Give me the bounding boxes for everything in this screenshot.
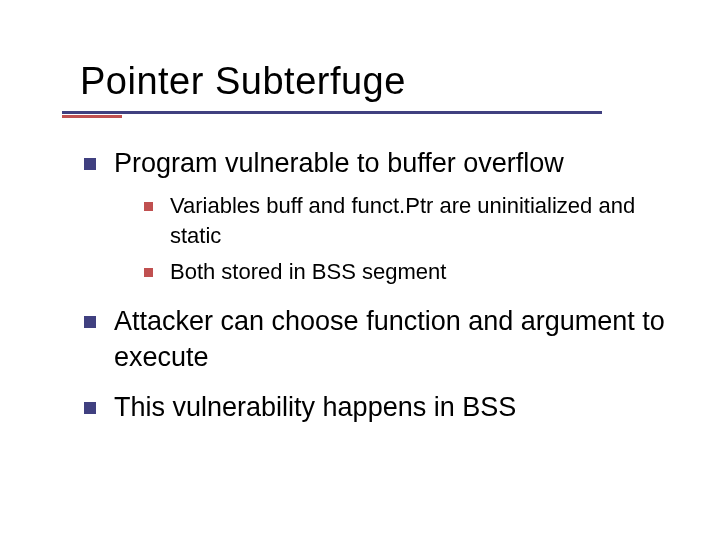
bullet-text: Attacker can choose function and argumen… bbox=[114, 306, 665, 372]
slide-title: Pointer Subterfuge bbox=[80, 60, 670, 103]
sub-bullet-text: Both stored in BSS segment bbox=[170, 259, 446, 284]
slide: Pointer Subterfuge Program vulnerable to… bbox=[0, 0, 720, 540]
title-underline bbox=[62, 111, 670, 117]
sub-bullet-item: Variables buff and funct.Ptr are uniniti… bbox=[142, 191, 670, 250]
sub-bullet-item: Both stored in BSS segment bbox=[142, 257, 670, 287]
sub-bullet-text: Variables buff and funct.Ptr are uniniti… bbox=[170, 193, 635, 248]
bullet-text: This vulnerability happens in BSS bbox=[114, 392, 516, 422]
bullet-item: Attacker can choose function and argumen… bbox=[80, 303, 670, 376]
sub-bullet-list: Variables buff and funct.Ptr are uniniti… bbox=[114, 191, 670, 286]
rule-long bbox=[62, 111, 602, 114]
rule-short bbox=[62, 115, 122, 118]
bullet-text: Program vulnerable to buffer overflow bbox=[114, 148, 564, 178]
bullet-list: Program vulnerable to buffer overflow Va… bbox=[80, 145, 670, 426]
bullet-item: Program vulnerable to buffer overflow Va… bbox=[80, 145, 670, 287]
bullet-item: This vulnerability happens in BSS bbox=[80, 389, 670, 425]
